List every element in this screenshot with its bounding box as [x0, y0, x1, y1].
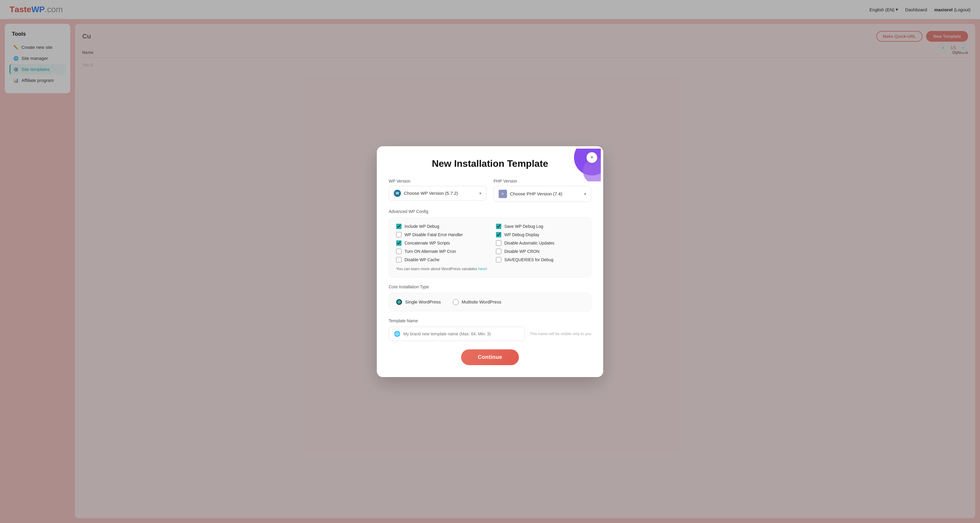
multisite-wordpress-label: Multisite WordPress: [462, 299, 501, 304]
radio-multisite-wordpress[interactable]: Multisite WordPress: [453, 299, 501, 305]
installation-type-box: Single WordPress Multisite WordPress: [389, 293, 591, 311]
checkbox-disable-automatic-updates[interactable]: Disable Automatic Updates: [496, 240, 584, 246]
save-wp-debug-log-label: Save WP Debug Log: [504, 224, 543, 229]
template-name-section: Template Name 🌐 This name will be visibl…: [389, 318, 591, 341]
php-version-col: PHP Version 🐘 Choose PHP Version (7.4) ▾: [493, 179, 591, 202]
modal-overlay[interactable]: × New Installation Template WP Version W…: [0, 0, 980, 523]
wp-version-label: WP Version: [389, 179, 487, 183]
version-row: WP Version W Choose WP Version (5.7.2) ▾…: [389, 179, 591, 202]
single-wordpress-radio[interactable]: [396, 299, 402, 305]
savequeries-debug-input[interactable]: [496, 257, 501, 262]
advanced-config-box: Include WP Debug Save WP Debug Log WP Di…: [389, 218, 591, 277]
concatenate-wp-scripts-label: Concatenate WP Scripts: [404, 241, 450, 245]
checkbox-savequeries-debug[interactable]: SAVEQUERIES for Debug: [496, 257, 584, 262]
include-wp-debug-input[interactable]: [396, 224, 401, 229]
learn-more-prefix: You can learn more about WordPress varia…: [396, 267, 478, 271]
php-version-value: Choose PHP Version (7.4): [510, 191, 584, 196]
disable-automatic-updates-label: Disable Automatic Updates: [504, 241, 554, 245]
disable-wp-cron-input[interactable]: [496, 249, 501, 254]
radio-single-wordpress[interactable]: Single WordPress: [396, 299, 441, 305]
wp-chevron-icon: ▾: [479, 191, 481, 196]
checkbox-turn-on-alternate-wp-cron[interactable]: Turn ON Alternate WP Cron: [396, 249, 484, 254]
learn-more-text: You can learn more about WordPress varia…: [396, 267, 584, 271]
modal-close-button[interactable]: ×: [587, 152, 597, 163]
modal: × New Installation Template WP Version W…: [377, 146, 603, 377]
modal-title: New Installation Template: [389, 158, 591, 169]
multisite-wordpress-radio[interactable]: [453, 299, 459, 305]
template-name-input[interactable]: [403, 332, 520, 336]
turn-on-alternate-wp-cron-input[interactable]: [396, 249, 401, 254]
php-chevron-icon: ▾: [584, 191, 586, 196]
checkbox-grid: Include WP Debug Save WP Debug Log WP Di…: [396, 224, 584, 262]
include-wp-debug-label: Include WP Debug: [404, 224, 439, 229]
php-version-select[interactable]: 🐘 Choose PHP Version (7.4) ▾: [493, 186, 591, 202]
template-name-hint: This name will be visible only to you: [530, 332, 591, 336]
wp-logo-icon: W: [394, 190, 401, 197]
checkbox-wp-debug-display[interactable]: WP Debug Display: [496, 232, 584, 237]
php-logo-icon: 🐘: [499, 190, 507, 198]
wp-debug-display-label: WP Debug Display: [504, 232, 539, 237]
wp-version-select[interactable]: W Choose WP Version (5.7.2) ▾: [389, 186, 487, 201]
wp-disable-fatal-label: WP Disable Fatal Error Handler: [404, 232, 463, 237]
disable-wp-cache-label: Disable WP Cache: [404, 258, 439, 262]
disable-wp-cron-label: Disable WP CRON: [504, 249, 539, 254]
checkbox-include-wp-debug[interactable]: Include WP Debug: [396, 224, 484, 229]
template-name-input-wrapper: 🌐: [389, 327, 525, 341]
wp-version-value: Choose WP Version (5.7.2): [404, 191, 479, 196]
checkbox-concatenate-wp-scripts[interactable]: Concatenate WP Scripts: [396, 240, 484, 246]
checkbox-disable-wp-cron[interactable]: Disable WP CRON: [496, 249, 584, 254]
php-version-label: PHP Version: [493, 179, 591, 183]
globe-input-icon: 🌐: [394, 331, 400, 337]
wp-version-col: WP Version W Choose WP Version (5.7.2) ▾: [389, 179, 487, 202]
save-wp-debug-log-input[interactable]: [496, 224, 501, 229]
template-name-label: Template Name: [389, 318, 591, 323]
turn-on-alternate-wp-cron-label: Turn ON Alternate WP Cron: [404, 249, 456, 254]
template-name-row: 🌐 This name will be visible only to you: [389, 327, 591, 341]
disable-automatic-updates-input[interactable]: [496, 240, 501, 246]
continue-button[interactable]: Continue: [461, 349, 519, 365]
advanced-config-label: Advanced WP Config: [389, 209, 591, 214]
learn-more-link[interactable]: here: [478, 267, 486, 271]
savequeries-debug-label: SAVEQUERIES for Debug: [504, 258, 554, 262]
single-wordpress-label: Single WordPress: [405, 299, 441, 304]
checkbox-save-wp-debug-log[interactable]: Save WP Debug Log: [496, 224, 584, 229]
checkbox-disable-wp-cache[interactable]: Disable WP Cache: [396, 257, 484, 262]
disable-wp-cache-input[interactable]: [396, 257, 401, 262]
installation-type-label: Core Installation Type: [389, 285, 591, 289]
wp-debug-display-input[interactable]: [496, 232, 501, 237]
wp-disable-fatal-input[interactable]: [396, 232, 401, 237]
concatenate-wp-scripts-input[interactable]: [396, 240, 401, 246]
checkbox-wp-disable-fatal[interactable]: WP Disable Fatal Error Handler: [396, 232, 484, 237]
